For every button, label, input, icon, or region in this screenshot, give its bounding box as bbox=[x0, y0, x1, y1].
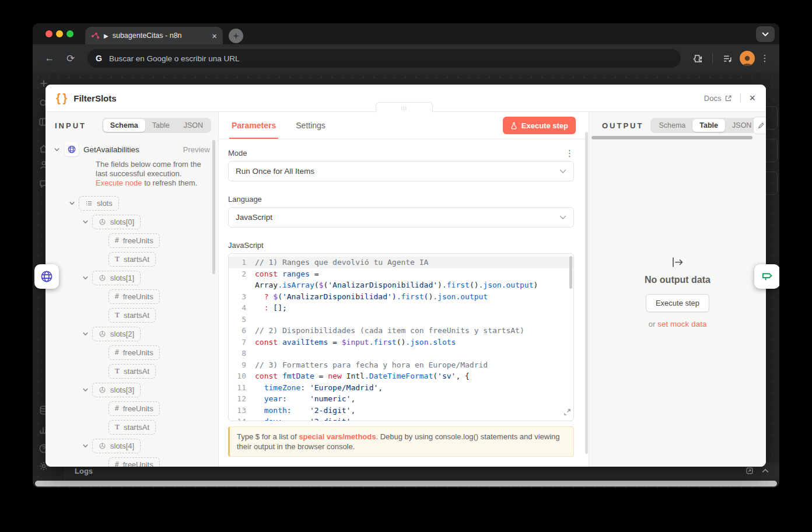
schema-tree-row: slots bbox=[46, 194, 218, 212]
extensions-icon[interactable] bbox=[689, 50, 706, 67]
output-execute-step-button[interactable]: Execute step bbox=[646, 294, 709, 312]
schema-field-pill[interactable]: slots[4] bbox=[92, 439, 141, 453]
globe-icon bbox=[40, 270, 54, 284]
schema-field-label: freeUnits bbox=[123, 404, 153, 413]
schema-field-pill[interactable]: #freeUnits bbox=[108, 401, 160, 416]
tab-parameters[interactable]: Parameters bbox=[232, 121, 276, 130]
schema-field-pill[interactable]: #freeUnits bbox=[108, 233, 160, 248]
input-label: INPUT bbox=[55, 121, 86, 130]
language-select[interactable]: JavaScript bbox=[228, 207, 574, 228]
traffic-minimize-button[interactable] bbox=[56, 30, 63, 37]
input-tab-json[interactable]: JSON bbox=[177, 119, 210, 132]
collapse-chevron-icon[interactable] bbox=[54, 146, 60, 153]
parameters-scrollbar[interactable] bbox=[585, 132, 588, 454]
logs-collapse-chevron-icon[interactable] bbox=[762, 468, 769, 473]
collapse-chevron-icon[interactable] bbox=[82, 331, 89, 337]
tab-close-icon[interactable]: × bbox=[212, 32, 217, 40]
schema-field-label: startsAt bbox=[124, 311, 149, 320]
tab-search-chevron-button[interactable] bbox=[756, 26, 775, 42]
code-line: 9// 3) Formatters para fecha y hora en E… bbox=[229, 359, 573, 371]
tab-settings[interactable]: Settings bbox=[296, 121, 326, 130]
number-type-icon: # bbox=[115, 292, 119, 300]
editor-scrollbar[interactable] bbox=[569, 256, 572, 289]
new-tab-button[interactable]: + bbox=[229, 29, 243, 43]
modal-close-icon[interactable]: × bbox=[749, 93, 755, 103]
schema-field-label: slots[1] bbox=[110, 274, 134, 282]
schema-field-pill[interactable]: slots[3] bbox=[92, 383, 141, 397]
schema-field-pill[interactable]: slots[2] bbox=[92, 327, 141, 341]
line-number: 8 bbox=[229, 348, 251, 359]
output-empty-state: No output data Execute step or set mock … bbox=[589, 257, 766, 328]
mode-options-kebab-icon[interactable]: ⋮ bbox=[565, 149, 574, 158]
code-line: 7const availItems = $input.first().json.… bbox=[229, 337, 573, 348]
code-line: 5 bbox=[229, 314, 573, 326]
signpost-icon bbox=[761, 270, 774, 283]
execute-node-link[interactable]: Execute node bbox=[96, 178, 142, 187]
collapse-chevron-icon[interactable] bbox=[82, 219, 89, 225]
input-scrollbar[interactable] bbox=[212, 140, 215, 274]
panel-drag-handle[interactable]: ||| bbox=[376, 102, 433, 113]
list-type-icon bbox=[85, 200, 93, 207]
line-number: 11 bbox=[229, 382, 251, 394]
input-tab-table[interactable]: Table bbox=[145, 119, 177, 132]
language-label: Language bbox=[228, 195, 262, 204]
schema-field-pill[interactable]: TstartsAt bbox=[108, 308, 156, 323]
text-type-icon: T bbox=[115, 367, 120, 376]
docs-link[interactable]: Docs bbox=[704, 94, 733, 103]
input-tab-schema[interactable]: Schema bbox=[103, 119, 145, 132]
text-type-icon: T bbox=[115, 423, 120, 432]
schema-field-label: freeUnits bbox=[123, 292, 153, 301]
collapse-chevron-icon[interactable] bbox=[82, 275, 89, 281]
line-number: 2 bbox=[229, 268, 251, 291]
traffic-zoom-button[interactable] bbox=[66, 30, 74, 37]
schema-field-pill[interactable]: #freeUnits bbox=[108, 289, 160, 304]
execute-step-button[interactable]: Execute step bbox=[503, 117, 576, 134]
output-tab-table[interactable]: Table bbox=[692, 119, 725, 132]
edit-output-button[interactable] bbox=[753, 117, 766, 134]
profile-avatar[interactable] bbox=[740, 51, 755, 66]
set-mock-data-link[interactable]: set mock data bbox=[657, 320, 706, 328]
tab-title: subagenteCitas - n8n bbox=[113, 32, 208, 40]
browser-menu-icon[interactable]: ⋮ bbox=[758, 53, 771, 64]
reload-button[interactable]: ⟳ bbox=[62, 50, 79, 67]
browser-toolbar: ← ⟳ G Buscar en Google o escribir una UR… bbox=[33, 44, 779, 72]
back-button[interactable]: ← bbox=[41, 50, 58, 67]
node-title[interactable]: FilterSlots bbox=[74, 93, 116, 103]
schema-field-pill[interactable]: #freeUnits bbox=[108, 457, 160, 467]
schema-field-pill[interactable]: slots[1] bbox=[92, 271, 141, 285]
schema-field-label: startsAt bbox=[124, 255, 149, 264]
collapse-chevron-icon[interactable] bbox=[82, 387, 89, 393]
browser-tab[interactable]: ▶ subagenteCitas - n8n × bbox=[85, 27, 223, 44]
traffic-close-button[interactable] bbox=[46, 30, 52, 37]
output-horizontal-scrollbar[interactable] bbox=[592, 136, 752, 139]
editor-expand-icon[interactable] bbox=[564, 408, 571, 419]
mode-select[interactable]: Run Once for All Items bbox=[228, 161, 574, 181]
collapse-chevron-icon[interactable] bbox=[82, 443, 89, 449]
special-vars-link[interactable]: special vars/methods bbox=[299, 432, 376, 441]
output-connector-tab[interactable] bbox=[754, 264, 779, 289]
collapse-chevron-icon[interactable] bbox=[69, 200, 75, 206]
schema-field-pill[interactable]: TstartsAt bbox=[108, 252, 156, 267]
input-source-node-row[interactable]: GetAvailabilities Preview bbox=[46, 139, 218, 159]
logs-popout-icon[interactable] bbox=[746, 467, 754, 475]
globe-node-icon bbox=[65, 142, 79, 156]
no-output-title: No output data bbox=[645, 275, 710, 285]
code-line: 10const fmtDate = new Intl.DateTimeForma… bbox=[229, 370, 573, 382]
media-controls-icon[interactable] bbox=[719, 50, 736, 67]
input-connector-tab[interactable] bbox=[34, 264, 59, 289]
schema-tree: slotsslots[0]#freeUnitsTstartsAtslots[1]… bbox=[46, 194, 218, 467]
schema-field-label: freeUnits bbox=[123, 348, 153, 357]
schema-field-pill[interactable]: TstartsAt bbox=[108, 420, 156, 435]
output-tab-schema[interactable]: Schema bbox=[652, 119, 692, 132]
mode-label: Mode bbox=[228, 149, 247, 158]
horizontal-scrollbar[interactable] bbox=[35, 481, 777, 487]
code-lines: 1// 1) Ranges que devolvió tu Agente IA2… bbox=[229, 257, 573, 421]
schema-field-pill[interactable]: slots[0] bbox=[92, 215, 141, 229]
schema-field-pill[interactable]: slots bbox=[79, 196, 119, 211]
address-bar[interactable]: G Buscar en Google o escribir una URL bbox=[88, 49, 681, 68]
code-editor[interactable]: 1// 1) Ranges que devolvió tu Agente IA2… bbox=[228, 253, 574, 421]
schema-field-pill[interactable]: TstartsAt bbox=[108, 364, 156, 379]
schema-field-pill[interactable]: #freeUnits bbox=[108, 345, 160, 360]
code-line: 3 ? $('AnalizarDisponibilidad').first().… bbox=[229, 291, 573, 303]
code-line: 12 year: 'numeric', bbox=[229, 393, 573, 405]
